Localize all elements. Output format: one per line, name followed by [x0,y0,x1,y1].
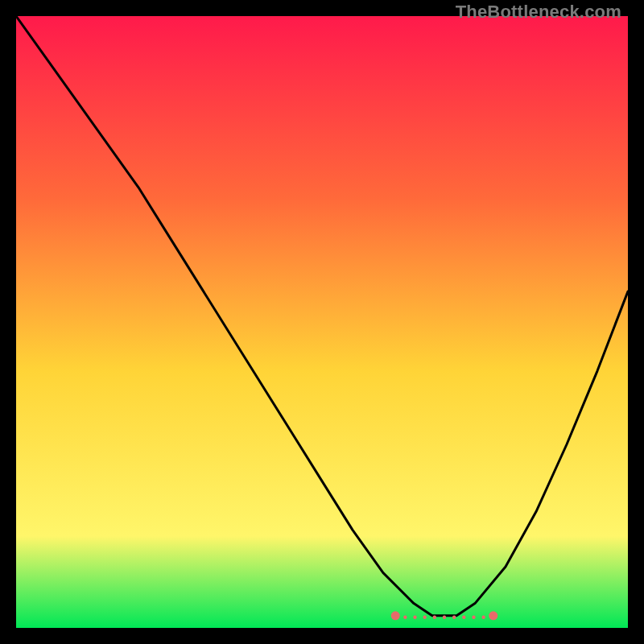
optimal-zone-dot [433,616,436,619]
optimal-zone-dot [391,611,400,620]
optimal-zone-dot [413,616,416,619]
chart-frame [16,16,628,628]
optimal-zone-dot [452,616,456,619]
optimal-zone-dot [472,616,475,619]
optimal-zone-dot [403,616,407,619]
bottleneck-chart [16,16,628,628]
optimal-zone-dot [489,611,497,620]
optimal-zone-dot [462,616,465,619]
gradient-background [16,16,628,628]
watermark-text: TheBottleneck.com [456,2,621,23]
optimal-zone-dot [443,616,446,619]
optimal-zone-dot [423,616,426,619]
optimal-zone-dot [481,616,485,619]
